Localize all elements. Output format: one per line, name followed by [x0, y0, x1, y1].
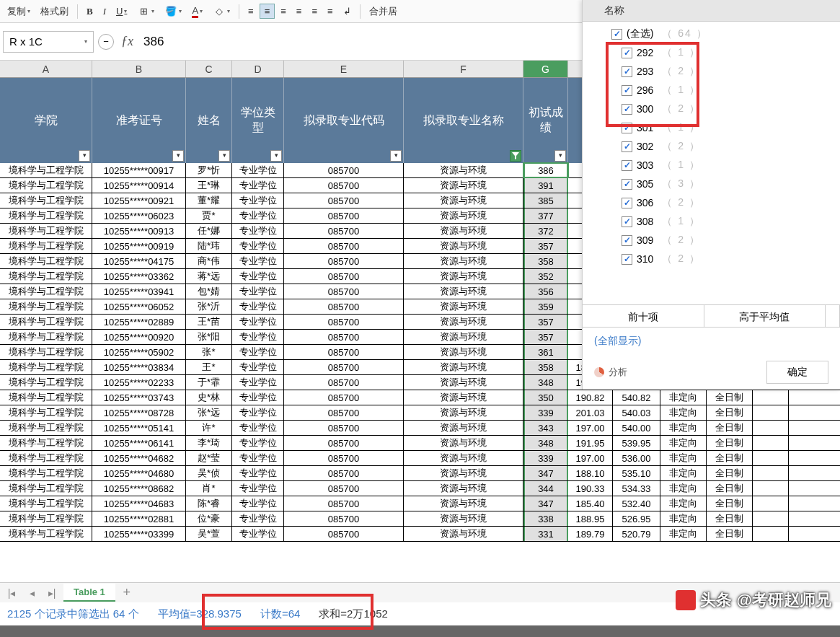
cell[interactable]: 资源与环境 — [404, 163, 523, 177]
cell[interactable]: 许* — [186, 421, 232, 435]
cell[interactable]: 全日制 — [707, 405, 753, 420]
cell[interactable]: 境科学与工程学院 — [0, 405, 92, 420]
cell[interactable]: 专业学位 — [232, 239, 284, 253]
align-right-button[interactable]: ≡ — [276, 4, 291, 18]
cell[interactable]: 191.95 — [568, 436, 613, 450]
cell[interactable]: 专业学位 — [232, 466, 284, 480]
cell[interactable]: 全日制 — [707, 390, 753, 405]
filter-item[interactable]: ✓308（ 1 ） — [583, 212, 840, 231]
copy-button[interactable]: 复制▾ — [3, 4, 35, 19]
cell[interactable]: 专业学位 — [232, 345, 284, 359]
cell[interactable] — [753, 466, 789, 480]
cell[interactable]: 资源与环境 — [404, 178, 523, 193]
cell[interactable]: 085700 — [284, 511, 404, 526]
cell[interactable]: 343 — [523, 421, 568, 435]
cell[interactable]: 全日制 — [707, 527, 753, 541]
cell[interactable]: 10255*****08728 — [92, 405, 186, 420]
cell[interactable]: 专业学位 — [232, 496, 284, 511]
filter-item[interactable]: ✓300（ 2 ） — [583, 100, 840, 118]
cell[interactable]: 536.00 — [613, 451, 660, 465]
cell[interactable]: 085700 — [284, 345, 404, 359]
cell[interactable]: 境科学与工程学院 — [0, 496, 92, 511]
cell[interactable]: 非定向 — [660, 390, 707, 405]
col-header-a[interactable]: A — [0, 61, 92, 77]
cell[interactable]: 境科学与工程学院 — [0, 224, 92, 238]
cell[interactable]: 386 — [523, 163, 568, 177]
cell[interactable]: 085700 — [284, 466, 404, 480]
cell[interactable] — [753, 481, 789, 496]
cell[interactable] — [753, 390, 789, 405]
cell[interactable]: 专业学位 — [232, 511, 284, 526]
cell[interactable]: 526.95 — [613, 511, 660, 526]
filter-item[interactable]: ✓293（ 2 ） — [583, 62, 840, 81]
cell[interactable]: 境科学与工程学院 — [0, 163, 92, 177]
checkbox-icon[interactable]: ✓ — [622, 254, 632, 265]
cell[interactable]: 专业学位 — [232, 405, 284, 420]
cell[interactable]: 于*霏 — [186, 375, 232, 390]
cell[interactable]: 张*远 — [186, 405, 232, 420]
cell[interactable]: 339 — [523, 451, 568, 465]
cell[interactable]: 境科学与工程学院 — [0, 315, 92, 329]
cell[interactable]: 境科学与工程学院 — [0, 466, 92, 480]
cell[interactable]: 10255*****06141 — [92, 436, 186, 450]
cell[interactable]: 085700 — [284, 527, 404, 541]
cell[interactable]: 张*阳 — [186, 330, 232, 344]
filter-tab-more[interactable] — [826, 305, 840, 327]
cell[interactable]: 境科学与工程学院 — [0, 178, 92, 193]
cell[interactable]: 吴*萱 — [186, 527, 232, 541]
filter-item[interactable]: ✓292（ 1 ） — [583, 43, 840, 62]
fx-icon[interactable]: ƒx — [121, 34, 133, 49]
cell[interactable]: 339 — [523, 405, 568, 420]
italic-button[interactable]: I — [99, 4, 110, 19]
cell[interactable]: 10255*****02889 — [92, 315, 186, 329]
filter-item[interactable]: ✓301（ 1 ） — [583, 118, 840, 137]
cell[interactable]: 肖* — [186, 481, 232, 496]
filter-ok-button[interactable]: 确定 — [766, 361, 828, 384]
checkbox-icon[interactable]: ✓ — [622, 141, 632, 152]
cell[interactable]: 境科学与工程学院 — [0, 254, 92, 268]
cell[interactable]: 338 — [523, 511, 568, 526]
align-center-button[interactable]: ≡ — [260, 4, 275, 19]
zoom-out-icon[interactable]: − — [98, 34, 114, 50]
cell[interactable]: 10255*****04175 — [92, 254, 186, 268]
cell[interactable]: 资源与环境 — [404, 481, 523, 496]
cell[interactable]: 专业学位 — [232, 481, 284, 496]
borders-button[interactable]: ⊞▾ — [133, 4, 159, 19]
cell[interactable]: 非定向 — [660, 511, 707, 526]
cell[interactable]: 085700 — [284, 421, 404, 435]
cell[interactable]: 资源与环境 — [404, 466, 523, 480]
checkbox-icon[interactable]: ✓ — [622, 123, 632, 133]
cell[interactable]: 10255*****06052 — [92, 299, 186, 314]
cell[interactable]: 085700 — [284, 405, 404, 420]
cell[interactable]: 535.10 — [613, 466, 660, 480]
cell[interactable]: 359 — [523, 299, 568, 314]
cell[interactable]: 331 — [523, 527, 568, 541]
cell[interactable]: 境科学与工程学院 — [0, 193, 92, 208]
cell[interactable]: 10255*****05902 — [92, 345, 186, 359]
sheet-nav-first[interactable]: |◂ — [3, 587, 20, 599]
cell[interactable]: 专业学位 — [232, 208, 284, 223]
filter-item[interactable]: ✓296（ 1 ） — [583, 81, 840, 100]
cell[interactable]: 商*伟 — [186, 254, 232, 268]
cell[interactable]: 资源与环境 — [404, 360, 523, 374]
cell[interactable]: 专业学位 — [232, 254, 284, 268]
cell[interactable]: 专业学位 — [232, 390, 284, 405]
cell[interactable]: 王*琳 — [186, 178, 232, 193]
cell[interactable]: 专业学位 — [232, 224, 284, 238]
filter-button[interactable]: ▾ — [554, 150, 566, 162]
cell[interactable]: 10255*****04683 — [92, 496, 186, 511]
cell[interactable]: 10255*****03362 — [92, 269, 186, 284]
cell[interactable]: 全日制 — [707, 481, 753, 496]
cell[interactable]: 全日制 — [707, 466, 753, 480]
checkbox-icon[interactable]: ✓ — [622, 179, 632, 190]
cell[interactable]: 专业学位 — [232, 178, 284, 193]
cell[interactable]: 10255*****00920 — [92, 330, 186, 344]
cell[interactable]: 非定向 — [660, 481, 707, 496]
cell[interactable]: 非定向 — [660, 527, 707, 541]
cell[interactable]: 10255*****00921 — [92, 193, 186, 208]
cell[interactable]: 资源与环境 — [404, 451, 523, 465]
cell[interactable]: 10255*****02881 — [92, 511, 186, 526]
cell[interactable]: 10255*****00919 — [92, 239, 186, 253]
cell[interactable]: 540.03 — [613, 405, 660, 420]
cell[interactable]: 356 — [523, 284, 568, 299]
